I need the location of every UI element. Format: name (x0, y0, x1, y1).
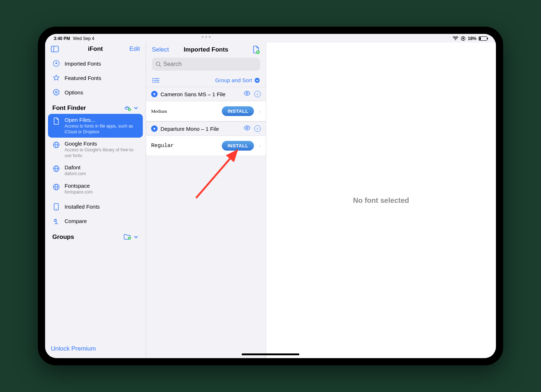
sidebar-item-label: Featured Fonts (65, 75, 101, 81)
sidebar-header: iFont Edit (45, 43, 146, 56)
collapse-caret-icon[interactable]: ▼ (151, 125, 158, 132)
home-indicator[interactable] (242, 353, 299, 355)
battery-icon (479, 36, 487, 41)
install-button[interactable]: INSTALL (222, 141, 254, 151)
sidebar-item-open-files[interactable]: Open Files... Access to fonts in file ap… (48, 114, 143, 138)
scale-icon (52, 217, 60, 225)
unlock-premium-button[interactable]: Unlock Premium (45, 339, 146, 358)
sidebar-item-fontspace[interactable]: Fontspace fontspace.com (48, 180, 143, 198)
mid-header: Select Imported Fonts (146, 43, 266, 56)
font-group-name: Departure Mono – 1 File (160, 126, 219, 132)
svg-point-17 (56, 209, 57, 209)
status-time: 3:40 PM (54, 36, 70, 41)
section-header-font-finder: Font Finder (48, 99, 143, 114)
font-variant-row[interactable]: Regular INSTALL › (146, 136, 266, 156)
svg-point-5 (56, 92, 57, 93)
sidebar-item-desc: fontspace.com (65, 190, 93, 195)
globe-icon (52, 165, 60, 173)
search-input[interactable] (163, 61, 256, 67)
svg-point-24 (153, 80, 154, 81)
chevron-right-icon: › (259, 143, 261, 149)
sidebar-item-label: Options (65, 89, 83, 95)
font-variant-label: Regular (151, 143, 218, 149)
svg-line-21 (159, 65, 161, 67)
font-group-header[interactable]: ▼ Cameron Sans MS – 1 File ✓ (146, 87, 266, 101)
sidebar-item-desc: Access to fonts in file apps, such as iC… (65, 124, 138, 135)
eye-icon[interactable] (243, 91, 251, 97)
checkmark-circle-icon[interactable]: ✓ (254, 125, 261, 132)
install-button[interactable]: INSTALL (222, 106, 254, 116)
ipad-screen: 3:40 PM Wed Sep 4 18% iFont Edit (45, 34, 496, 358)
star-icon (52, 74, 60, 82)
sidebar: iFont Edit Imported Fonts Featured Fonts (45, 43, 146, 358)
battery-percent: 18% (468, 36, 476, 41)
font-group-name: Cameron Sans MS – 1 File (160, 91, 225, 97)
svg-rect-1 (51, 46, 58, 52)
status-date: Wed Sep 4 (73, 36, 94, 41)
sidebar-item-label: Fontspace (65, 183, 93, 189)
font-variant-row[interactable]: Medium INSTALL › (146, 101, 266, 121)
gear-icon (52, 88, 60, 96)
list-bullet-icon[interactable] (152, 77, 160, 83)
sidebar-item-google-fonts[interactable]: Google Fonts Access to Google's library … (48, 138, 143, 161)
svg-point-29 (246, 93, 248, 94)
sidebar-toggle-icon[interactable] (51, 46, 59, 52)
sidebar-item-label: Imported Fonts (65, 61, 101, 67)
svg-line-31 (197, 151, 237, 197)
sidebar-item-label: Installed Fonts (65, 204, 100, 210)
mid-toolbar: Group and Sort (146, 74, 266, 87)
globe-icon (52, 141, 60, 149)
svg-point-30 (246, 127, 248, 129)
collapse-caret-icon[interactable]: ▼ (151, 91, 158, 97)
status-bar: 3:40 PM Wed Sep 4 18% (45, 34, 496, 43)
section-header-groups: Groups (48, 228, 143, 243)
chevron-down-icon[interactable] (133, 235, 138, 240)
select-button[interactable]: Select (152, 46, 169, 53)
sidebar-item-imported-fonts[interactable]: Imported Fonts (48, 56, 143, 71)
empty-state-text: No font selected (353, 196, 409, 205)
edit-button[interactable]: Edit (129, 45, 140, 53)
svg-point-26 (153, 81, 154, 83)
sidebar-item-label: Google Fonts (65, 141, 138, 147)
chevron-down-circle-icon (254, 77, 260, 83)
device-icon (52, 203, 60, 211)
folder-add-icon[interactable] (123, 234, 131, 240)
orientation-lock-icon (461, 36, 466, 41)
link-add-icon[interactable] (124, 105, 131, 111)
chevron-right-icon: › (259, 108, 261, 114)
detail-pane: No font selected (266, 43, 496, 358)
checkmark-circle-icon[interactable]: ✓ (254, 91, 261, 97)
search-icon (155, 61, 161, 67)
document-icon (52, 117, 60, 125)
sidebar-item-label: Compare (65, 218, 87, 224)
sidebar-item-label: Dafont (65, 164, 86, 171)
wifi-icon (453, 36, 458, 41)
sidebar-item-installed-fonts[interactable]: Installed Fonts (48, 200, 143, 214)
font-group-header[interactable]: ▼ Departure Mono – 1 File ✓ (146, 121, 266, 136)
sidebar-item-options[interactable]: Options (48, 85, 143, 99)
sidebar-item-desc: Access to Google's library of free-to-us… (65, 147, 138, 159)
search-field[interactable] (152, 58, 260, 71)
svg-point-22 (153, 78, 154, 79)
sidebar-item-desc: dafont.com (65, 171, 86, 177)
svg-point-28 (255, 78, 260, 83)
eye-icon[interactable] (243, 125, 251, 132)
globe-icon (52, 183, 60, 191)
font-variant-label: Medium (151, 108, 218, 114)
sidebar-item-featured-fonts[interactable]: Featured Fonts (48, 71, 143, 85)
import-document-icon[interactable] (252, 45, 260, 54)
sidebar-item-label: Open Files... (65, 117, 138, 123)
chevron-down-icon[interactable] (133, 106, 138, 111)
sidebar-item-compare[interactable]: Compare (48, 214, 143, 228)
group-sort-button[interactable]: Group and Sort (215, 77, 260, 83)
ipad-frame: 3:40 PM Wed Sep 4 18% iFont Edit (38, 27, 503, 365)
download-circle-icon (52, 59, 60, 67)
sidebar-item-dafont[interactable]: Dafont dafont.com (48, 161, 143, 180)
mid-column: Select Imported Fonts Group and Sor (146, 43, 266, 358)
